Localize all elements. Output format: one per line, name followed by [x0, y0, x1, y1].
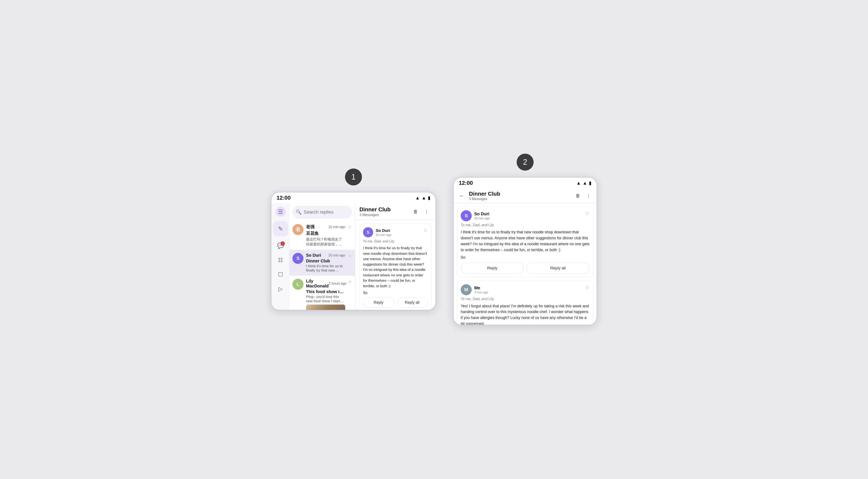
p2-message-1-body: I think it's time for us to finally try …	[461, 229, 590, 253]
email-3-thumbnail	[306, 305, 345, 310]
thread-header: Dinner Club 3 Messages 🗑 ⋮	[355, 203, 435, 220]
email-2-preview: I think it's time for us to finally try …	[306, 264, 345, 273]
p2-signal-icon: ▲	[583, 180, 587, 186]
phone1-frame: 12:00 ▲ ▲ ▮ ☰ ✎ 💬 3 ☷ ☐	[271, 192, 436, 310]
phone2-header-actions: 🗑 ⋮	[573, 191, 593, 201]
p2-message-2-avatar: M	[461, 284, 472, 295]
delete-button[interactable]: 🗑	[411, 207, 420, 216]
email-1-time: 10 min ago	[329, 225, 345, 229]
p2-wifi-icon: ▲	[576, 180, 581, 186]
phone2-header: ← Dinner Club 3 Messages 🗑 ⋮	[454, 188, 596, 203]
sidebar-menu-icon[interactable]: ☰	[276, 207, 286, 217]
email-item-dinnnerclub[interactable]: S So Duri 20 min ago Dinner Club I think…	[289, 250, 355, 276]
reply-button-1[interactable]: Reply	[363, 298, 394, 307]
back-button[interactable]: ←	[457, 191, 466, 201]
reply-all-button-1[interactable]: Reply all	[397, 298, 428, 307]
p2-message-1-time: 20 min ago	[474, 216, 490, 220]
phone2-thread-subtitle: 3 Messages	[469, 197, 571, 201]
email-2-subject: Dinner Club	[306, 259, 345, 264]
sidebar-message-icon[interactable]: ☐	[276, 269, 286, 279]
star-2-button[interactable]: ☆	[348, 253, 352, 259]
phone1-body: ☰ ✎ 💬 3 ☷ ☐ ▷ 🔍	[272, 203, 435, 310]
email-item-foodshow[interactable]: L Lily MacDonald 2 hours ago This food s…	[289, 276, 355, 310]
step2-container: 2 12:00 ▲ ▲ ▮ ← Dinner Club 3 Messages	[453, 154, 597, 325]
message-1-avatar: S	[363, 227, 373, 237]
phone2-status-bar: 12:00 ▲ ▲ ▮	[454, 178, 596, 188]
email-item-1-content: 老强 10 min ago 豆花鱼 最近忙吗？昨晚我去了你最爱的那家饭馆，点了他…	[306, 224, 345, 247]
p2-message-1-avatar: S	[461, 210, 472, 221]
search-bar[interactable]: 🔍	[292, 206, 352, 218]
phone1-status-icons: ▲ ▲ ▮	[415, 195, 430, 201]
battery-icon: ▮	[428, 195, 430, 201]
message-1-header: S So Duri 20 min ago ☆	[363, 227, 428, 237]
p2-message-1-sender: So Duri	[474, 212, 490, 216]
p2-message-2-sender-info: M Me 4 min ago	[461, 284, 488, 295]
notification-badge: 3	[281, 241, 285, 246]
p2-message-2-recipients: To me, Ziad, and Lily	[461, 297, 590, 301]
p2-message-1-sig: So	[461, 255, 590, 260]
phone2-title-block: Dinner Club 3 Messages	[469, 190, 571, 201]
p2-message-2-time: 4 min ago	[474, 290, 488, 294]
p2-reply-btn-1[interactable]: Reply	[461, 263, 524, 274]
message-1-actions: Reply Reply all	[363, 298, 428, 307]
inbox-panel: 🔍 老 老强 10 min ago	[289, 203, 355, 310]
phone2-messages: S So Duri 20 min ago ☆ To me, Ziad, and …	[454, 203, 596, 325]
message-1-recipients: To me, Ziad, and Lily	[363, 239, 428, 243]
p2-message-2-name-block: Me 4 min ago	[474, 286, 488, 294]
p2-message-1-sender-info: S So Duri 20 min ago	[461, 210, 490, 221]
p2-delete-button[interactable]: 🗑	[573, 191, 583, 201]
message-1-star[interactable]: ☆	[424, 228, 428, 233]
p2-message-card-1: S So Duri 20 min ago ☆ To me, Ziad, and …	[457, 207, 593, 277]
sidebar: ☰ ✎ 💬 3 ☷ ☐ ▷	[272, 203, 289, 310]
p2-reply-all-btn-1[interactable]: Reply all	[526, 263, 590, 274]
message-1-body: I think it's time for us to finally try …	[363, 245, 428, 289]
star-1-button[interactable]: ☆	[348, 224, 352, 230]
sidebar-chat-icon[interactable]: 💬 3	[276, 241, 286, 251]
p2-message-1-actions: Reply Reply all	[461, 263, 590, 274]
thread-panel: Dinner Club 3 Messages 🗑 ⋮	[355, 203, 435, 310]
phone2-status-icons: ▲ ▲ ▮	[576, 180, 591, 186]
search-icon: 🔍	[296, 209, 302, 215]
email-item-2-content: So Duri 20 min ago Dinner Club I think i…	[306, 253, 345, 273]
p2-message-2-sender: Me	[474, 286, 488, 290]
message-1-name-block: So Duri 20 min ago	[376, 228, 392, 237]
phone2-thread-title: Dinner Club	[469, 190, 571, 197]
avatar-soduri: S	[292, 253, 304, 264]
email-1-preview: 最近忙吗？昨晚我去了你最爱的那家饭馆，点了他们的特色豆花鱼，吃着吃着就想你了。	[306, 237, 345, 247]
step1-container: 1 12:00 ▲ ▲ ▮ ☰ ✎ 💬 3	[271, 169, 436, 310]
email-3-sender: Lily MacDonald	[306, 279, 329, 289]
step2-circle: 2	[517, 154, 534, 171]
email-item-laoqiang[interactable]: 老 老强 10 min ago 豆花鱼 最近忙吗？昨晚我去了你最爱的那家饭馆，点…	[289, 221, 355, 250]
compose-fab[interactable]: ✎	[273, 221, 288, 236]
signal-icon: ▲	[422, 195, 426, 201]
search-input[interactable]	[304, 209, 362, 215]
p2-message-card-2: M Me 4 min ago ☆ To me, Ziad, and Lily Y…	[457, 280, 593, 325]
step1-label: 1	[351, 173, 355, 181]
email-item-1-header: 老强 10 min ago	[306, 224, 345, 230]
email-1-sender: 老强	[306, 224, 314, 230]
email-3-time: 2 hours ago	[329, 282, 347, 286]
star-3-button[interactable]: ☆	[348, 279, 352, 285]
thread-header-actions: 🗑 ⋮	[411, 207, 431, 216]
sidebar-notes-icon[interactable]: ☷	[276, 255, 286, 265]
message-card-1: S So Duri 20 min ago ☆ To me, Ziad, and …	[360, 223, 431, 310]
email-item-2-header: So Duri 20 min ago	[306, 253, 345, 258]
phone1-status-bar: 12:00 ▲ ▲ ▮	[272, 192, 435, 203]
p2-message-1-name-block: So Duri 20 min ago	[474, 212, 490, 220]
more-options-button[interactable]: ⋮	[422, 207, 431, 216]
email-1-subject: 豆花鱼	[306, 231, 345, 236]
email-item-3-content: Lily MacDonald 2 hours ago This food sho…	[306, 279, 345, 310]
p2-message-2-body: Yes! I forgot about that place! I'm defi…	[461, 303, 590, 325]
p2-battery-icon: ▮	[589, 180, 591, 186]
p2-message-1-star[interactable]: ☆	[585, 211, 590, 216]
email-3-subject: This food show is made for you	[306, 289, 345, 294]
p2-more-options-button[interactable]: ⋮	[584, 191, 593, 201]
wifi-icon: ▲	[415, 195, 420, 201]
p2-message-1-recipients: To me, Ziad, and Lily	[461, 223, 590, 227]
thread-title: Dinner Club	[360, 206, 391, 213]
thumbnail-image	[306, 305, 345, 310]
p2-message-2-star[interactable]: ☆	[585, 285, 590, 290]
avatar-lily: L	[292, 279, 304, 290]
email-2-time: 20 min ago	[329, 253, 345, 257]
sidebar-video-icon[interactable]: ▷	[276, 284, 286, 294]
